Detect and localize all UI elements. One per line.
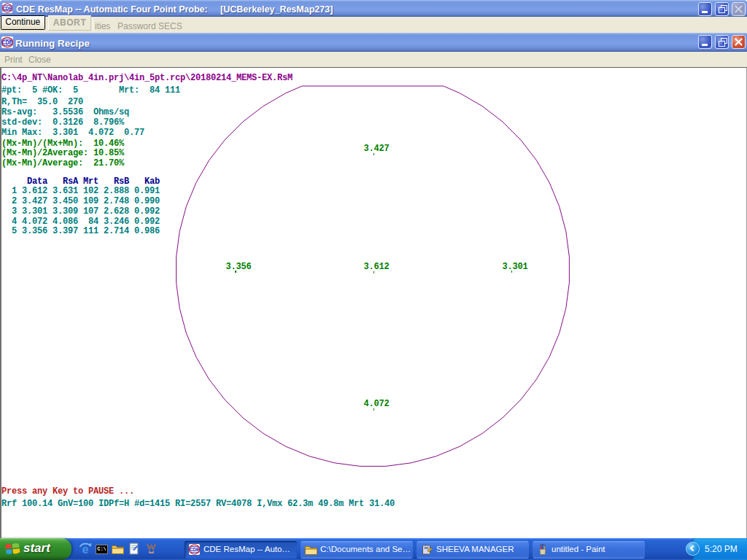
svg-text:CDE: CDE [190, 547, 199, 553]
